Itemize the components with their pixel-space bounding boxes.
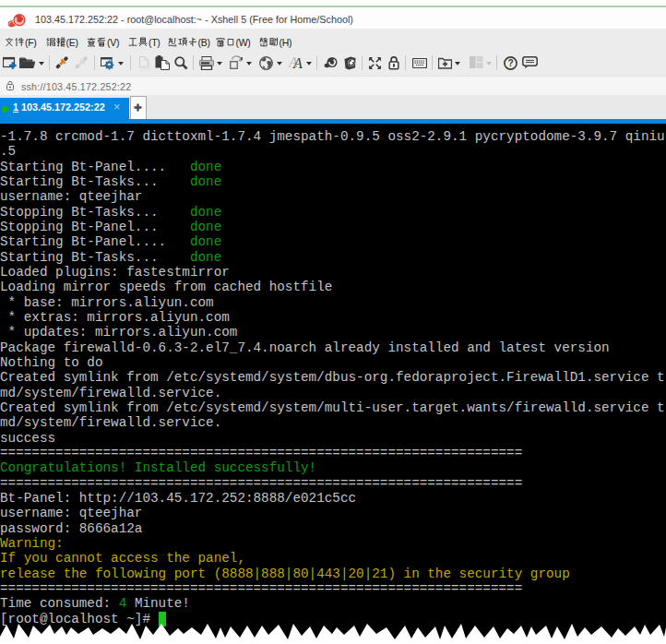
svg-text:A: A (292, 55, 303, 70)
svg-text:?: ? (508, 58, 514, 68)
